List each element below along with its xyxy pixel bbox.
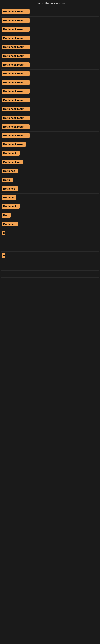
bottleneck-badge[interactable]: Bottleneck result: [1, 89, 30, 94]
list-item: Bottleneck: [1, 149, 99, 158]
bottleneck-badge[interactable]: Bottleneck result: [1, 45, 30, 49]
list-item: [1, 238, 99, 241]
list-item: Bottleneck resu: [1, 140, 99, 149]
list-item: Bottlenec: [1, 185, 99, 194]
bottleneck-badge[interactable]: Bottleneck result: [1, 71, 30, 76]
list-item: Bottleneck result: [1, 25, 99, 34]
list-item: [1, 281, 99, 284]
bottleneck-badge[interactable]: Bottlenec: [1, 169, 18, 173]
list-item: Bottleneck result: [1, 8, 99, 16]
list-item: [1, 248, 99, 252]
list-item: Bottleneck result: [1, 87, 99, 96]
bottleneck-badge[interactable]: Bottleneck result: [1, 80, 30, 85]
list-item: [1, 264, 99, 267]
list-item: Bottleneck result: [1, 96, 99, 105]
list-item: Bott: [1, 211, 99, 220]
list-item: Bottleneck result: [1, 70, 99, 78]
bottleneck-badge[interactable]: B: [1, 231, 5, 235]
list-item: Bottleneck result: [1, 123, 99, 132]
list-item: Bottleneck result: [1, 61, 99, 70]
list-item: Bottleneck result: [1, 105, 99, 114]
bottleneck-badge[interactable]: Bottlenec: [1, 186, 18, 191]
list-item: B: [1, 229, 99, 238]
list-item: B: [1, 252, 99, 260]
site-header: TheBottlenecker.com: [0, 0, 100, 7]
bottleneck-badge[interactable]: Bottleneck result: [1, 54, 30, 58]
bottleneck-badge[interactable]: Bottleneck result: [1, 107, 30, 111]
bottleneck-list: Bottleneck resultBottleneck resultBottle…: [0, 7, 100, 292]
bottleneck-badge[interactable]: Bottleneck result: [1, 124, 30, 129]
list-item: Bottleneck result: [1, 43, 99, 52]
bottleneck-badge[interactable]: Bottleneck result: [1, 98, 30, 102]
list-item: Bottleneck result: [1, 114, 99, 123]
list-item: [1, 288, 99, 291]
bottleneck-badge[interactable]: Bottleneck result: [1, 18, 30, 23]
list-item: Bottle: [1, 176, 99, 185]
bottleneck-badge[interactable]: Bottleneck result: [1, 133, 30, 138]
list-item: [1, 260, 99, 264]
bottleneck-badge[interactable]: Bottleneck: [1, 151, 20, 156]
site-title: TheBottlenecker.com: [0, 0, 100, 7]
list-item: Bottleneck result: [1, 78, 99, 87]
list-item: [1, 267, 99, 271]
bottleneck-badge[interactable]: Bottleneck: [1, 204, 20, 209]
bottleneck-badge[interactable]: Bottleneck result: [1, 9, 30, 14]
bottleneck-badge[interactable]: Bott: [1, 213, 11, 218]
bottleneck-badge[interactable]: B: [1, 253, 5, 258]
list-item: [1, 274, 99, 278]
bottleneck-badge[interactable]: Bottleneck re: [1, 160, 23, 164]
list-item: [1, 278, 99, 281]
bottleneck-badge[interactable]: Bottleneck result: [1, 62, 30, 67]
list-item: Bottleneck result: [1, 52, 99, 61]
bottleneck-badge[interactable]: Bottle: [1, 178, 13, 182]
list-item: [1, 245, 99, 248]
list-item: Bottleneck result: [1, 16, 99, 25]
list-item: Bottleneck: [1, 202, 99, 211]
bottleneck-badge[interactable]: Bottlenec: [1, 222, 18, 226]
list-item: Bottlene: [1, 194, 99, 202]
bottleneck-badge[interactable]: Bottlene: [1, 195, 16, 200]
list-item: Bottlenec: [1, 167, 99, 176]
list-item: Bottleneck result: [1, 132, 99, 140]
list-item: Bottleneck result: [1, 34, 99, 43]
bottleneck-badge[interactable]: Bottleneck result: [1, 36, 30, 40]
list-item: Bottlenec: [1, 220, 99, 229]
bottleneck-badge[interactable]: Bottleneck resu: [1, 142, 26, 147]
list-item: [1, 271, 99, 274]
bottleneck-badge[interactable]: Bottleneck result: [1, 116, 30, 120]
bottleneck-badge[interactable]: Bottleneck result: [1, 27, 30, 32]
list-item: [1, 284, 99, 288]
list-item: Bottleneck re: [1, 158, 99, 167]
list-item: [1, 241, 99, 245]
